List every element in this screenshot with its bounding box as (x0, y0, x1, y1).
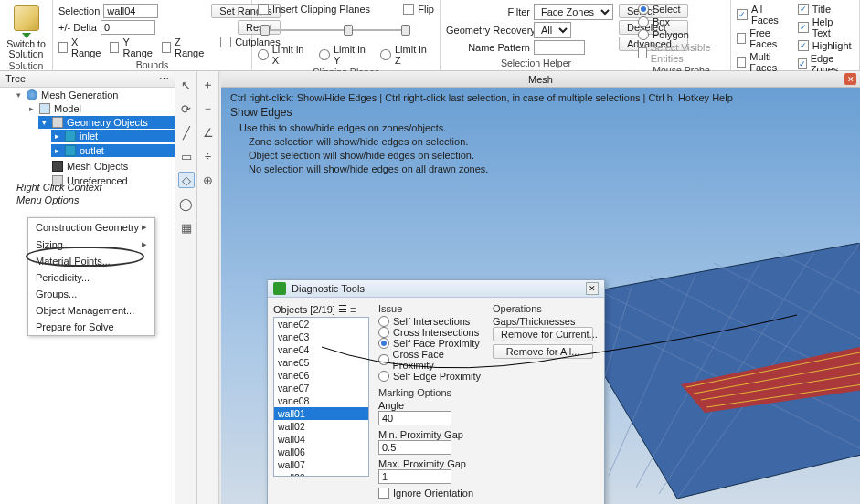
delta-input[interactable] (101, 20, 155, 35)
limity-radio[interactable]: Limit in Y (319, 44, 373, 66)
title-checkbox[interactable]: Title (798, 4, 854, 15)
tool-lasso-icon[interactable]: ◯ (178, 195, 195, 212)
tree-title: Tree (5, 73, 26, 85)
ignore-orientation-checkbox[interactable]: Ignore Orientation (378, 488, 483, 499)
issue-self-edge-proximity[interactable]: Self Edge Proximity (378, 371, 483, 382)
tool-rotate-icon[interactable]: ⟳ (178, 100, 195, 117)
filter-select[interactable]: Face Zones (534, 4, 613, 20)
tool-line-icon[interactable]: ╱ (178, 124, 195, 141)
object-item[interactable]: vane08 (274, 394, 368, 407)
limitx-radio[interactable]: Limit in X (258, 44, 312, 66)
probe-polygon-radio[interactable]: Polygon (638, 29, 725, 40)
object-item[interactable]: wall02 (274, 420, 368, 433)
viewport-hint: Ctrl right-click: Show/Hide Edges | Ctrl… (221, 88, 860, 179)
flip-checkbox[interactable]: Flip (403, 4, 434, 15)
object-item[interactable]: wall06 (274, 446, 368, 458)
probe-select-radio[interactable]: Select (638, 4, 725, 15)
objects-filter-icon[interactable]: ☰ (338, 303, 347, 315)
object-item[interactable]: wall07 (274, 458, 368, 471)
tree-root[interactable]: ▾Mesh Generation (13, 89, 175, 101)
objects-label: Objects [2/19] (273, 304, 335, 315)
tool-minus-icon[interactable]: － (200, 100, 217, 117)
context-menu-item[interactable]: Prepare for Solve (28, 319, 154, 335)
tree-geometry-objects[interactable]: ▾Geometry Objects (38, 116, 175, 129)
object-item[interactable]: wall09 (274, 471, 368, 477)
objects-list[interactable]: vane02vane03vane04vane05vane06vane07vane… (273, 317, 369, 477)
tool-plus-icon[interactable]: ＋ (200, 77, 217, 93)
multifaces-checkbox[interactable]: Multi Faces (737, 51, 792, 73)
tool-angle-icon[interactable]: ∠ (200, 124, 217, 141)
svg-line-4 (714, 263, 860, 343)
issue-cross-face-proximity[interactable]: Cross Face Proximity (378, 349, 483, 371)
context-menu: Construction Geometry▸Sizing▸Material Po… (27, 217, 155, 336)
tool-diamond-icon[interactable]: ◇ (178, 172, 195, 188)
freefaces-checkbox[interactable]: Free Faces (737, 27, 792, 49)
object-item[interactable]: vane06 (274, 369, 368, 382)
viewport[interactable]: Ctrl right-click: Show/Hide Edges | Ctrl… (221, 88, 860, 504)
context-menu-item[interactable]: Groups... (28, 286, 154, 302)
highlight-checkbox[interactable]: Highlight (798, 40, 854, 51)
svg-line-14 (701, 373, 860, 400)
tool-square-icon[interactable]: ▭ (178, 148, 195, 164)
remove-current-button[interactable]: Remove for Current... (493, 327, 593, 341)
angle-input[interactable] (378, 411, 451, 425)
limitz-radio[interactable]: Limit in Z (380, 44, 434, 66)
diagnostic-close-icon[interactable]: ✕ (586, 282, 599, 295)
select-visible-checkbox[interactable]: Select Visible Entities (638, 42, 725, 64)
object-item[interactable]: vane07 (274, 382, 368, 394)
group-label-bounds: Bounds (58, 58, 246, 72)
mesh-window-title: Mesh (528, 74, 553, 85)
issue-self-intersections[interactable]: Self Intersections (378, 316, 483, 327)
object-item[interactable]: wall01 (274, 407, 368, 420)
canvas-area: ↖ ⟳ ╱ ▭ ◇ ◯ ▦ ＋ － ∠ ÷ ⊕ Mesh ✕ Ctrl righ… (175, 71, 860, 504)
tree-collapse-icon[interactable]: ⋯ (159, 73, 169, 85)
svg-marker-11 (681, 345, 860, 413)
tree-model[interactable]: ▸Model (26, 102, 175, 115)
tool-target-icon[interactable]: ⊕ (200, 172, 217, 188)
yrange-checkbox[interactable]: Y Range (110, 37, 154, 58)
object-item[interactable]: vane02 (274, 318, 368, 331)
diagnostic-tools-dialog: Diagnostic Tools ✕ Objects [2/19] ☰ ≡ va… (267, 279, 605, 504)
allfaces-checkbox[interactable]: All Faces (737, 4, 792, 26)
object-item[interactable]: vane03 (274, 331, 368, 343)
tool-grid-icon[interactable]: ▦ (178, 219, 195, 236)
context-menu-item[interactable]: Object Management... (28, 302, 154, 319)
max-gap-input[interactable] (378, 469, 451, 484)
selection-input[interactable] (103, 4, 158, 18)
switch-to-solution-button[interactable]: Switch to Solution (5, 4, 47, 59)
issue-cross-intersections[interactable]: Cross Intersections (378, 327, 483, 338)
group-label-selection-helper: Selection Helper (446, 57, 626, 70)
context-menu-item[interactable]: Material Points... (28, 253, 154, 269)
svg-line-6 (677, 243, 860, 499)
context-menu-item[interactable]: Sizing▸ (28, 236, 154, 253)
probe-box-radio[interactable]: Box (638, 16, 725, 27)
tree-outlet[interactable]: ▸outlet (51, 144, 175, 157)
context-menu-item[interactable]: Construction Geometry▸ (28, 218, 154, 236)
svg-line-8 (636, 263, 759, 488)
tool-divide-icon[interactable]: ÷ (200, 148, 217, 164)
remove-all-button[interactable]: Remove for All... (493, 344, 593, 359)
object-item[interactable]: vane05 (274, 356, 368, 369)
helptext-checkbox[interactable]: Help Text (798, 16, 854, 38)
object-item[interactable]: wall04 (274, 433, 368, 446)
zrange-checkbox[interactable]: Z Range (162, 37, 206, 58)
objects-sort-icon[interactable]: ≡ (350, 304, 356, 315)
svg-line-3 (650, 276, 860, 389)
context-menu-item[interactable]: Periodicity... (28, 269, 154, 286)
tree-mesh-objects[interactable]: Mesh Objects (38, 160, 175, 173)
svg-line-5 (778, 252, 860, 298)
ribbon: Switch to Solution Solution Selection +/… (0, 0, 860, 71)
tool-pointer-icon[interactable]: ↖ (178, 77, 195, 93)
insert-clipping-checkbox[interactable]: Insert Clipping Planes (258, 4, 370, 15)
name-pattern-input[interactable] (534, 40, 585, 55)
min-gap-input[interactable] (378, 440, 451, 455)
geometry-recovery-select[interactable]: All (534, 22, 571, 38)
issue-self-face-proximity[interactable]: Self Face Proximity (378, 338, 483, 349)
clipping-slider[interactable] (258, 24, 413, 37)
xrange-checkbox[interactable]: X Range (58, 37, 102, 58)
svg-line-7 (659, 252, 814, 494)
tree-inlet[interactable]: ▸inlet (51, 130, 175, 142)
cube-icon (14, 5, 39, 31)
object-item[interactable]: vane04 (274, 343, 368, 356)
mesh-window-close-icon[interactable]: ✕ (844, 73, 856, 85)
